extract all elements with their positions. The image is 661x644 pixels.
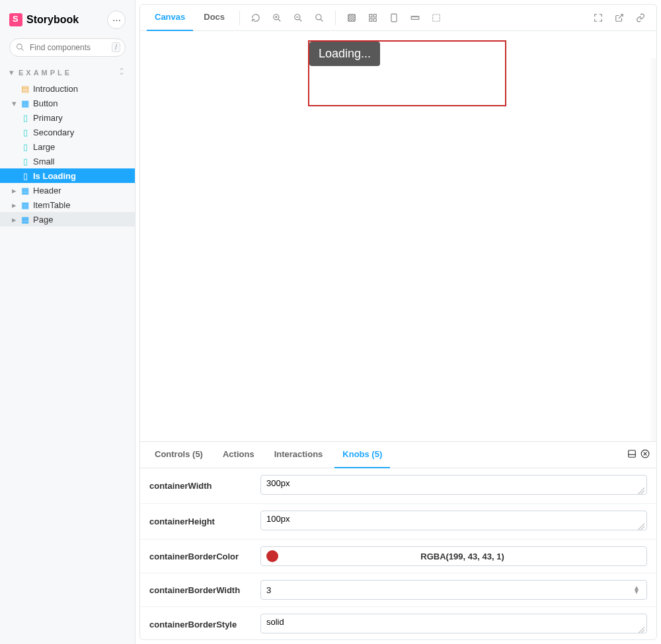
sidebar-header: Storybook ⋯ <box>0 7 135 36</box>
knob-number-input[interactable] <box>266 585 632 595</box>
svg-line-1 <box>21 48 23 50</box>
open-new-tab-button[interactable] <box>610 9 629 27</box>
panel-orientation-button[interactable] <box>627 449 637 460</box>
background-button[interactable] <box>342 9 361 27</box>
svg-rect-15 <box>373 18 376 21</box>
tree-label: Header <box>33 186 61 196</box>
group-label: EXAMPLE <box>19 69 118 77</box>
sidebar-item-primary[interactable]: ▯ Primary <box>0 110 135 125</box>
svg-rect-13 <box>373 14 376 17</box>
knob-label: containerHeight <box>149 517 249 526</box>
sidebar-menu-button[interactable]: ⋯ <box>107 11 126 29</box>
preview-canvas[interactable]: Loading... <box>140 31 656 441</box>
zoom-out-button[interactable] <box>289 9 307 27</box>
svg-line-20 <box>619 14 623 18</box>
knob-label: containerBorderStyle <box>149 620 249 629</box>
svg-line-7 <box>299 19 301 21</box>
expand-collapse-icon[interactable] <box>118 67 126 77</box>
tab-canvas[interactable]: Canvas <box>147 5 193 31</box>
tab-interactions[interactable]: Interactions <box>266 442 331 468</box>
reload-button[interactable] <box>247 9 265 27</box>
toolbar-divider <box>239 11 240 25</box>
sidebar: Storybook ⋯ / ▾ EXAMPLE ▤ Introduction ▾… <box>0 0 135 644</box>
fullscreen-button[interactable] <box>589 9 607 27</box>
knob-row-containerborderwidth: containerBorderWidth ▲▼ <box>140 573 656 607</box>
knob-number-containerborderwidth[interactable]: ▲▼ <box>260 580 647 600</box>
scrollbar-shadow <box>649 58 656 441</box>
outline-button[interactable] <box>427 9 446 27</box>
bookmark-icon: ▯ <box>21 113 29 123</box>
sidebar-item-header[interactable]: ▸ ▦ Header <box>0 183 135 197</box>
tree-label: Is Loading <box>33 171 76 181</box>
sidebar-tree: ▤ Introduction ▾ ▦ Button ▯ Primary ▯ Se… <box>0 81 135 644</box>
storybook-logo[interactable]: Storybook <box>9 13 79 26</box>
component-icon: ▦ <box>21 98 29 108</box>
tree-label: Secondary <box>33 127 74 137</box>
main: Canvas Docs Loading... <box>135 0 661 644</box>
chevron-right-icon: ▸ <box>11 186 17 196</box>
component-icon: ▦ <box>21 215 29 225</box>
svg-line-3 <box>278 19 280 21</box>
component-icon: ▦ <box>21 186 29 196</box>
knob-row-containerheight: containerHeight <box>140 504 656 540</box>
knob-input-containerwidth[interactable] <box>260 475 647 495</box>
sidebar-search: / <box>9 38 126 57</box>
tree-label: Primary <box>33 113 63 123</box>
chevron-right-icon: ▸ <box>11 200 17 210</box>
storybook-mark-icon <box>9 13 22 26</box>
grid-button[interactable] <box>364 9 382 27</box>
svg-point-9 <box>316 14 321 19</box>
sidebar-group-header[interactable]: ▾ EXAMPLE <box>0 63 135 81</box>
main-panel: Canvas Docs Loading... <box>139 4 657 640</box>
sidebar-item-large[interactable]: ▯ Large <box>0 139 135 154</box>
svg-rect-14 <box>369 18 372 21</box>
bookmark-icon: ▯ <box>21 127 29 137</box>
tree-label: Small <box>33 157 55 166</box>
sidebar-item-button[interactable]: ▾ ▦ Button <box>0 96 135 110</box>
zoom-in-button[interactable] <box>268 9 286 27</box>
knob-color-containerbordercolor[interactable]: RGBA(199, 43, 43, 1) <box>260 546 647 566</box>
addons-panel: Controls (5) Actions Interactions Knobs … <box>140 441 656 639</box>
measure-button[interactable] <box>406 9 424 27</box>
knob-row-containerborderstyle: containerBorderStyle <box>140 607 656 639</box>
search-input[interactable] <box>9 38 126 57</box>
resize-handle-icon[interactable] <box>638 626 644 633</box>
viewport-button[interactable] <box>385 9 403 27</box>
knob-label: containerBorderWidth <box>149 585 249 595</box>
zoom-reset-button[interactable] <box>310 9 329 27</box>
tab-controls[interactable]: Controls (5) <box>147 442 211 468</box>
knob-row-containerwidth: containerWidth <box>140 468 656 504</box>
resize-handle-icon[interactable] <box>638 523 644 530</box>
resize-handle-icon[interactable] <box>638 487 644 494</box>
sidebar-item-itemtable[interactable]: ▸ ▦ ItemTable <box>0 197 135 212</box>
knob-input-containerheight[interactable] <box>260 511 647 530</box>
sidebar-item-is-loading[interactable]: ▯ Is Loading <box>0 168 135 183</box>
color-swatch-icon[interactable] <box>266 550 278 562</box>
sidebar-item-small[interactable]: ▯ Small <box>0 154 135 168</box>
bookmark-icon: ▯ <box>21 171 29 181</box>
color-value: RGBA(199, 43, 43, 1) <box>284 552 641 561</box>
button-loading-preview: Loading... <box>308 40 506 106</box>
copy-link-button[interactable] <box>631 9 650 27</box>
storybook-name: Storybook <box>26 14 79 26</box>
search-icon <box>16 43 24 54</box>
knob-input-containerborderstyle[interactable] <box>260 614 647 633</box>
tree-label: Page <box>33 215 53 225</box>
tab-knobs[interactable]: Knobs (5) <box>334 442 390 468</box>
tab-docs[interactable]: Docs <box>196 5 233 31</box>
knobs-body: containerWidth containerHeight container… <box>140 468 656 639</box>
svg-rect-16 <box>391 14 397 22</box>
bookmark-icon: ▯ <box>21 142 29 152</box>
svg-rect-21 <box>629 450 636 458</box>
close-panel-button[interactable] <box>641 449 650 460</box>
component-icon: ▦ <box>21 200 29 210</box>
sidebar-item-page[interactable]: ▸ ▦ Page <box>0 212 135 227</box>
sidebar-item-secondary[interactable]: ▯ Secondary <box>0 125 135 139</box>
sidebar-item-introduction[interactable]: ▤ Introduction <box>0 81 135 96</box>
knob-label: containerWidth <box>149 481 249 491</box>
tab-actions[interactable]: Actions <box>215 442 262 468</box>
svg-rect-12 <box>369 14 372 17</box>
stepper-icon[interactable]: ▲▼ <box>632 586 641 594</box>
chevron-down-icon: ▾ <box>11 98 17 108</box>
svg-point-0 <box>17 44 22 50</box>
